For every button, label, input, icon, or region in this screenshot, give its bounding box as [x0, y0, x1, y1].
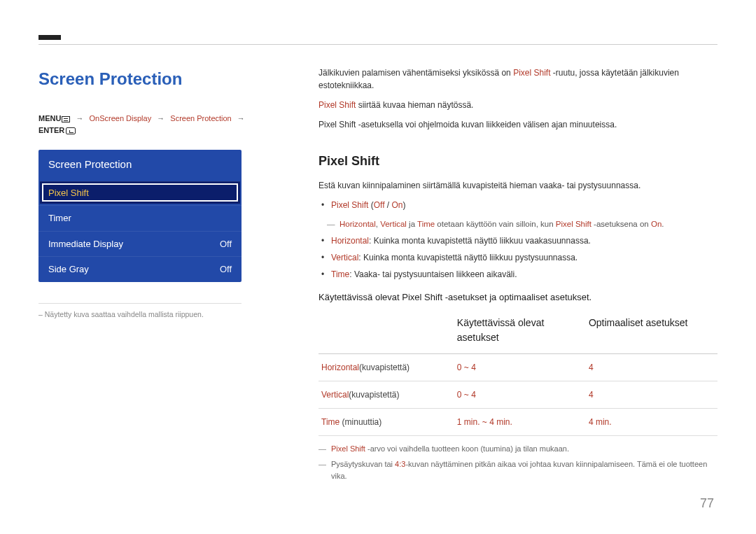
dash-note-1: Horizontal, Vertical ja Time otetaan käy…: [318, 218, 718, 230]
text: ): [403, 200, 406, 210]
list-item: Horizontal: Kuinka monta kuvapistettä nä…: [331, 234, 718, 247]
section-paragraph: Estä kuvan kiinnipalaminen siirtämällä k…: [318, 179, 718, 192]
menu-item-value: Off: [220, 262, 232, 276]
highlight: Vertical: [331, 253, 358, 262]
menu-item-label: Side Gray: [48, 262, 89, 276]
section-heading-pixel-shift: Pixel Shift: [318, 152, 718, 171]
cell-available: 1 min. ~ 4 min.: [454, 408, 586, 435]
menu-item-timer[interactable]: Timer: [38, 205, 241, 231]
text: -asetuksena on: [592, 220, 651, 228]
cell-optimal: 4: [586, 381, 718, 408]
highlight: Vertical: [380, 220, 407, 228]
highlight: Time: [417, 220, 435, 228]
highlight: Pixel Shift: [331, 200, 368, 210]
cell-name: Time (minuuttia): [318, 408, 454, 435]
text-gray: (minuuttia): [340, 417, 382, 427]
highlight: Pixel Shift: [513, 68, 550, 78]
left-column: Screen Protection MENU → OnScreen Displa…: [38, 66, 270, 320]
arrow-icon: →: [76, 114, 83, 122]
highlight: On: [392, 200, 403, 210]
page-title: Screen Protection: [38, 66, 270, 92]
panel-divider: [38, 303, 241, 304]
highlight: Off: [374, 200, 385, 210]
intro-paragraph-2: Pixel Shift siirtää kuvaa hieman näytöss…: [318, 99, 718, 111]
list-item: Time: Vaaka- tai pystysuuntaisen liikkee…: [331, 268, 718, 281]
menu-icon: [62, 116, 70, 122]
highlight: Time: [321, 417, 340, 427]
text: (: [368, 200, 373, 210]
list-item: Pixel Shift (Off / On): [331, 199, 718, 211]
sub-heading: Käytettävissä olevat Pixel Shift -asetuk…: [318, 290, 718, 304]
menu-item-pixel-shift[interactable]: Pixel Shift: [40, 181, 240, 204]
highlight: Vertical: [321, 390, 349, 400]
menu-item-value: Off: [220, 237, 232, 251]
page-corner-mark: [38, 35, 61, 40]
table-row: Time (minuuttia) 1 min. ~ 4 min. 4 min.: [318, 408, 718, 435]
text: Jälkikuvien palamisen vähentämiseksi yks…: [318, 68, 513, 78]
menu-panel-title: Screen Protection: [38, 150, 241, 180]
menu-item-immediate-display[interactable]: Immediate Display Off: [38, 231, 241, 257]
text: : Kuinka monta kuvapistettä näyttö liikk…: [369, 236, 591, 246]
menu-item-label: Timer: [48, 211, 71, 225]
text: -arvo voi vaihdella tuotteen koon (tuumi…: [365, 444, 569, 453]
intro-paragraph-1: Jälkikuvien palamisen vähentämiseksi yks…: [318, 66, 718, 92]
footnote-1: Pixel Shift -arvo voi vaihdella tuotteen…: [318, 443, 718, 455]
breadcrumb-item-screen-protection: Screen Protection: [170, 114, 231, 122]
highlight: Horizontal: [340, 220, 376, 228]
bullet-list-1: Pixel Shift (Off / On): [318, 199, 718, 211]
page-number: 77: [700, 494, 714, 513]
enter-icon: [66, 127, 76, 134]
table-row: Vertical(kuvapistettä) 0 ~ 4 4: [318, 381, 718, 408]
cell-optimal: 4 min.: [586, 408, 718, 435]
top-divider: [38, 44, 718, 45]
cell-optimal: 4: [586, 353, 718, 381]
menu-item-label: Pixel Shift: [48, 186, 89, 200]
text: .: [662, 220, 664, 228]
highlight: 4:3: [395, 460, 405, 468]
text: : Kuinka monta kuvapistettä näyttö liikk…: [358, 253, 578, 262]
cell-available: 0 ~ 4: [454, 381, 586, 408]
cell-name: Vertical(kuvapistettä): [318, 381, 454, 408]
left-note: – Näytetty kuva saattaa vaihdella mallis…: [38, 309, 270, 321]
list-item: Vertical: Kuinka monta kuvapistettä näyt…: [331, 251, 718, 264]
breadcrumb: MENU → OnScreen Display → Screen Protect…: [38, 113, 270, 136]
highlight: Pixel Shift: [331, 444, 365, 453]
highlight: Pixel Shift: [556, 220, 592, 228]
menu-item-side-gray[interactable]: Side Gray Off: [38, 256, 241, 282]
highlight: Time: [331, 269, 349, 279]
intro-paragraph-3: Pixel Shift -asetuksella voi ohjelmoida …: [318, 118, 718, 131]
text-gray: (kuvapistettä): [359, 363, 410, 372]
text: : Vaaka- tai pystysuuntaisen liikkeen ai…: [349, 269, 517, 279]
text: otetaan käyttöön vain silloin, kun: [435, 220, 556, 228]
th-empty: [318, 310, 454, 354]
text: siirtää kuvaa hieman näytössä.: [356, 100, 473, 110]
menu-item-label: Immediate Display: [48, 237, 123, 251]
menu-panel: Screen Protection Pixel Shift Timer Imme…: [38, 150, 241, 282]
table-header-row: Käytettävissä olevat asetukset Optimaali…: [318, 310, 718, 354]
breadcrumb-menu-label: MENU: [38, 114, 61, 122]
highlight: Horizontal: [321, 363, 359, 372]
text: Pysäytyskuvan tai: [331, 460, 395, 468]
arrow-icon: →: [157, 114, 164, 122]
breadcrumb-item-onscreen-display: OnScreen Display: [90, 114, 152, 122]
highlight: On: [651, 220, 662, 228]
cell-available: 0 ~ 4: [454, 353, 586, 381]
highlight: Horizontal: [331, 236, 369, 246]
arrow-icon: →: [237, 114, 245, 122]
th-optimal: Optimaaliset asetukset: [586, 310, 718, 354]
footnotes: Pixel Shift -arvo voi vaihdella tuotteen…: [318, 443, 718, 482]
text: /: [385, 200, 392, 210]
cell-name: Horizontal(kuvapistettä): [318, 353, 454, 381]
bullet-list-2: Horizontal: Kuinka monta kuvapistettä nä…: [318, 234, 718, 281]
settings-table: Käytettävissä olevat asetukset Optimaali…: [318, 310, 718, 436]
th-available: Käytettävissä olevat asetukset: [454, 310, 586, 354]
footnote-2: Pysäytyskuvan tai 4:3-kuvan näyttäminen …: [318, 458, 718, 482]
breadcrumb-enter-label: ENTER: [38, 126, 64, 134]
table-row: Horizontal(kuvapistettä) 0 ~ 4 4: [318, 353, 718, 381]
highlight: Pixel Shift: [318, 100, 356, 110]
right-column: Jälkikuvien palamisen vähentämiseksi yks…: [318, 66, 718, 486]
text-gray: (kuvapistettä): [349, 390, 399, 400]
